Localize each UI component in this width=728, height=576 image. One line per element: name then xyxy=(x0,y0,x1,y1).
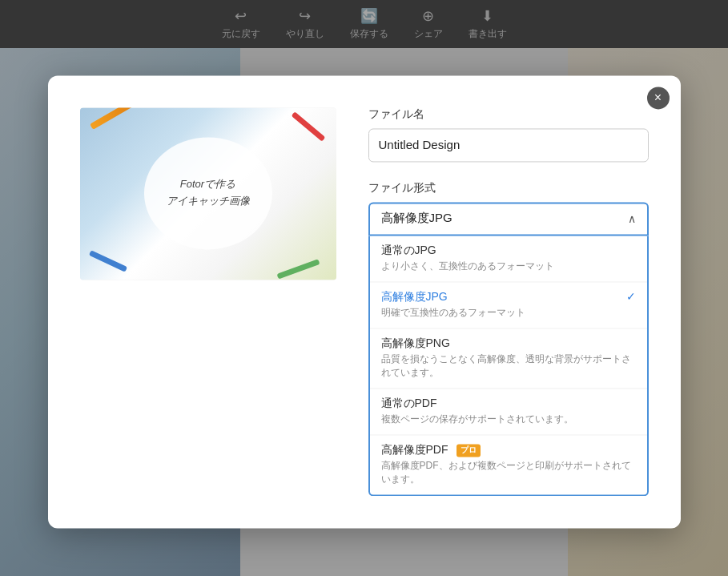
preview-inner: Fotorで作る アイキャッチ画像 xyxy=(80,107,336,280)
format-option-hq-pdf-name: 高解像度PDF プロ xyxy=(381,443,636,457)
filename-label: ファイル名 xyxy=(368,107,649,122)
preview-text-box: Fotorで作る アイキャッチ画像 xyxy=(144,137,272,249)
format-option-hq-png[interactable]: 高解像度PNG 品質を損なうことなく高解像度、透明な背景がサポートされています。 xyxy=(370,328,647,389)
preview-side: Fotorで作る アイキャッチ画像 xyxy=(80,107,336,496)
deco-pencil-top xyxy=(90,107,135,129)
format-option-normal-jpg-desc: より小さく、互換性のあるフォーマット xyxy=(381,260,554,273)
filename-input[interactable] xyxy=(368,128,649,162)
pro-badge: プロ xyxy=(457,444,481,457)
format-dropdown-trigger[interactable]: 高解像度JPG ∧ xyxy=(368,202,649,236)
form-side: ファイル名 ファイル形式 高解像度JPG ∧ 通常のJPG より小さく、互換性の… xyxy=(368,107,649,496)
format-option-normal-jpg[interactable]: 通常のJPG より小さく、互換性のあるフォーマット xyxy=(370,236,647,282)
selected-format-text: 高解像度JPG xyxy=(381,211,452,226)
deco-pencil-left xyxy=(88,250,127,272)
export-modal: × Fotorで作る アイキャッチ画像 ファイル名 ファイル形式 高解像度JPG xyxy=(48,75,681,528)
format-option-hq-jpg-name: 高解像度JPG xyxy=(381,290,525,304)
chevron-up-icon: ∧ xyxy=(628,212,636,225)
preview-text-line1: Fotorで作る xyxy=(180,177,235,194)
deco-pencil-bottom xyxy=(276,259,320,279)
format-option-normal-pdf-name: 通常のPDF xyxy=(381,397,573,411)
preview-image: Fotorで作る アイキャッチ画像 xyxy=(80,107,336,280)
format-dropdown-list: 通常のJPG より小さく、互換性のあるフォーマット 高解像度JPG 明確で互換性… xyxy=(368,236,649,496)
close-button[interactable]: × xyxy=(647,87,670,109)
format-option-hq-png-name: 高解像度PNG xyxy=(381,336,636,351)
deco-pencil-right xyxy=(291,111,325,142)
format-option-normal-pdf[interactable]: 通常のPDF 複数ページの保存がサポートされています。 xyxy=(370,389,647,435)
close-icon: × xyxy=(654,91,662,105)
format-option-hq-jpg-desc: 明確で互換性のあるフォーマット xyxy=(381,306,525,320)
format-option-normal-jpg-name: 通常のJPG xyxy=(381,244,554,258)
format-option-hq-jpg[interactable]: 高解像度JPG 明確で互換性のあるフォーマット ✓ xyxy=(370,282,647,328)
format-label: ファイル形式 xyxy=(368,181,649,195)
format-option-hq-png-desc: 品質を損なうことなく高解像度、透明な背景がサポートされています。 xyxy=(381,352,636,380)
format-option-hq-pdf[interactable]: 高解像度PDF プロ 高解像度PDF、および複数ページと印刷がサポートされていま… xyxy=(370,435,647,494)
check-icon: ✓ xyxy=(626,290,636,303)
format-option-hq-pdf-desc: 高解像度PDF、および複数ページと印刷がサポートされています。 xyxy=(381,459,636,486)
preview-text-line2: アイキャッチ画像 xyxy=(167,193,250,210)
format-option-normal-pdf-desc: 複数ページの保存がサポートされています。 xyxy=(381,413,573,426)
